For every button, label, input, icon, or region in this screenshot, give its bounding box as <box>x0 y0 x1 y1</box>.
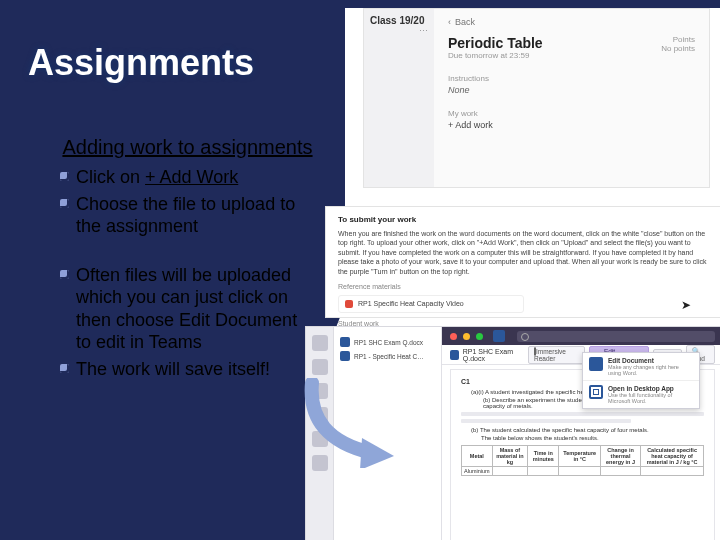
bullet-list-2: Often files will be uploaded which you c… <box>60 264 315 381</box>
dropdown-item-edit[interactable]: Edit DocumentMake any changes right here… <box>583 353 699 381</box>
reference-doc[interactable]: RP1 Specific Heat Capacity Video <box>338 295 524 312</box>
screenshots-area: Class 19/20 ⋯ ‹Back Periodic Table Point… <box>345 0 720 540</box>
bullet-item: The work will save itself! <box>60 358 315 381</box>
points-block: Points No points <box>661 35 695 53</box>
screenshot-assignment: Class 19/20 ⋯ ‹Back Periodic Table Point… <box>363 8 710 188</box>
slide-title: Assignments <box>28 42 254 84</box>
table-row: Aluminium <box>462 467 704 476</box>
traffic-max-icon[interactable] <box>476 333 483 340</box>
search-input[interactable] <box>517 331 715 342</box>
rail-icon[interactable] <box>312 431 328 447</box>
top-accent-bar <box>345 0 720 8</box>
cursor-icon: ➤ <box>681 297 691 313</box>
word-titlebar <box>442 327 720 345</box>
video-icon <box>345 300 353 308</box>
instructions-label: Instructions <box>448 74 695 83</box>
teams-rail <box>306 327 334 540</box>
bullet-item: Click on + Add Work <box>60 166 315 189</box>
assignment-panel: ‹Back Periodic Table Points No points Du… <box>434 9 709 187</box>
word-icon <box>340 337 350 347</box>
filename-display: RP1 SHC Exam Q.docx <box>450 348 528 362</box>
word-icon <box>450 350 459 360</box>
add-work-button[interactable]: + Add work <box>448 120 695 130</box>
word-desktop-icon <box>589 385 603 399</box>
instructions-value: None <box>448 85 695 95</box>
class-panel: Class 19/20 ⋯ <box>364 9 434 187</box>
slide: Assignments Adding work to assignments C… <box>0 0 720 540</box>
class-label: Class 19/20 <box>370 15 425 26</box>
word-icon <box>589 357 603 371</box>
more-icon[interactable]: ⋯ <box>419 26 428 36</box>
content-block: Adding work to assignments Click on + Ad… <box>60 135 315 384</box>
bullet-item: Choose the file to upload to the assignm… <box>60 193 315 238</box>
traffic-close-icon[interactable] <box>450 333 457 340</box>
file-panel: RP1 SHC Exam Q.docx RP1 - Specific Heat … <box>334 327 442 540</box>
immersive-reader-button[interactable]: Immersive Reader <box>528 346 585 364</box>
chevron-left-icon: ‹ <box>448 17 451 27</box>
back-button[interactable]: ‹Back <box>448 17 695 27</box>
rail-icon[interactable] <box>312 455 328 471</box>
file-row[interactable]: RP1 - Specific Heat C… <box>340 351 435 361</box>
my-work-label: My work <box>448 109 695 118</box>
traffic-min-icon[interactable] <box>463 333 470 340</box>
dropdown-item-desktop[interactable]: Open in Desktop AppUse the full function… <box>583 381 699 408</box>
results-table: Metal Mass of material in kg Time in min… <box>461 445 704 476</box>
reference-label: Reference materials <box>338 282 709 291</box>
edit-document-dropdown: Edit DocumentMake any changes right here… <box>582 352 700 409</box>
submit-heading: To submit your work <box>338 215 709 226</box>
assignment-title: Periodic Table <box>448 35 543 51</box>
rail-icon[interactable] <box>312 335 328 351</box>
due-text: Due tomorrow at 23:59 <box>448 51 695 60</box>
section-subtitle: Adding work to assignments <box>60 135 315 160</box>
rail-icon[interactable] <box>312 383 328 399</box>
word-icon <box>340 351 350 361</box>
screenshot-instructions: To submit your work When you are finishe… <box>325 206 720 318</box>
bullet-list-1: Click on + Add Work Choose the file to u… <box>60 166 315 238</box>
rail-icon[interactable] <box>312 359 328 375</box>
submit-body: When you are finished the work on the wo… <box>338 229 709 276</box>
bullet-item: Often files will be uploaded which you c… <box>60 264 315 354</box>
file-row[interactable]: RP1 SHC Exam Q.docx <box>340 337 435 347</box>
word-app-icon <box>493 330 505 342</box>
rail-icon[interactable] <box>312 407 328 423</box>
